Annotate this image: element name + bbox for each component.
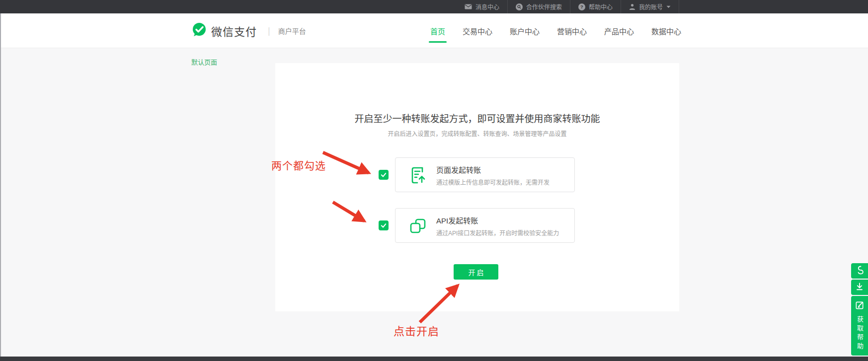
topbar-item-label: 帮助中心 bbox=[589, 2, 613, 11]
topbar-item-label: 我的账号 bbox=[639, 2, 663, 11]
wechat-pay-logo-icon bbox=[191, 22, 207, 40]
option-title: 页面发起转账 bbox=[436, 164, 481, 175]
get-help-label: 获取帮助 bbox=[856, 316, 863, 352]
option-card-api-transfer[interactable]: API发起转账 通过API接口发起转账，开启时需校验安全能力 bbox=[395, 208, 575, 243]
option-title: API发起转账 bbox=[436, 215, 478, 225]
nav-tab-home[interactable]: 首页 bbox=[430, 13, 445, 48]
api-link-icon bbox=[408, 216, 428, 236]
topbar: 消息中心 合作伙伴搜索 ? 帮助中心 我的账号 bbox=[0, 0, 868, 13]
chevron-down-icon bbox=[666, 5, 671, 8]
download-icon bbox=[855, 281, 865, 293]
rail-link-button[interactable] bbox=[851, 263, 868, 279]
topbar-separator bbox=[679, 0, 679, 13]
link-icon bbox=[855, 265, 865, 277]
topbar-item-partner-search[interactable]: 合作伙伴搜索 bbox=[508, 0, 570, 13]
window-left-edge bbox=[0, 13, 1, 361]
brand-divider: | bbox=[268, 26, 270, 36]
nav-tab-account-center[interactable]: 账户中心 bbox=[510, 13, 540, 48]
brand-portal-label: 商户平台 bbox=[278, 26, 306, 36]
option-desc: 通过API接口发起转账，开启时需校验安全能力 bbox=[436, 228, 559, 237]
user-icon bbox=[629, 3, 635, 10]
open-button[interactable]: 开启 bbox=[454, 264, 498, 280]
search-icon bbox=[516, 3, 523, 10]
annotation-click-open: 点击开启 bbox=[394, 322, 439, 338]
brand-name: 微信支付 bbox=[211, 23, 257, 39]
sidebar-item-default-page[interactable]: 默认页面 bbox=[191, 57, 217, 67]
floating-rail: 获取帮助 bbox=[851, 263, 868, 356]
topbar-item-messages[interactable]: 消息中心 bbox=[457, 0, 507, 13]
page-upload-icon bbox=[408, 165, 428, 185]
page-title: 开启至少一种转账发起方式，即可设置并使用商家转账功能 bbox=[275, 111, 679, 125]
wechat-pay-merchant-page: 消息中心 合作伙伴搜索 ? 帮助中心 我的账号 bbox=[0, 0, 868, 361]
option-desc: 通过模版上传信息即可发起转账，无需开发 bbox=[436, 178, 550, 186]
topbar-item-my-account[interactable]: 我的账号 bbox=[621, 0, 679, 13]
nav-tab-product-center[interactable]: 产品中心 bbox=[604, 13, 634, 48]
topbar-item-help-center[interactable]: ? 帮助中心 bbox=[570, 0, 621, 13]
bottom-window-bar bbox=[0, 357, 868, 361]
brand-home-link[interactable]: 微信支付 | 商户平台 bbox=[191, 13, 306, 48]
checkbox-api-transfer[interactable] bbox=[379, 220, 389, 230]
topbar-item-label: 消息中心 bbox=[475, 2, 499, 11]
mail-icon bbox=[465, 4, 472, 9]
nav-tab-transaction-center[interactable]: 交易中心 bbox=[463, 13, 492, 48]
option-card-page-transfer[interactable]: 页面发起转账 通过模版上传信息即可发起转账，无需开发 bbox=[395, 157, 575, 192]
topbar-item-label: 合作伙伴搜索 bbox=[526, 2, 562, 11]
header: 微信支付 | 商户平台 首页 交易中心 账户中心 营销中心 产品中心 数据中心 bbox=[0, 13, 868, 48]
question-icon: ? bbox=[578, 3, 585, 10]
main-nav: 首页 交易中心 账户中心 营销中心 产品中心 数据中心 bbox=[430, 13, 681, 48]
nav-tab-data-center[interactable]: 数据中心 bbox=[651, 13, 681, 48]
page-subtitle: 开启后进入设置页，完成转账配置、转账查询、场景管理等产品设置 bbox=[275, 129, 679, 138]
content-card: 开启至少一种转账发起方式，即可设置并使用商家转账功能 开启后进入设置页，完成转账… bbox=[275, 63, 679, 311]
nav-tab-marketing-center[interactable]: 营销中心 bbox=[557, 13, 587, 48]
svg-text:?: ? bbox=[580, 4, 583, 9]
checkbox-page-transfer[interactable] bbox=[379, 170, 389, 180]
rail-get-help-button[interactable]: 获取帮助 bbox=[851, 296, 868, 356]
rail-download-button[interactable] bbox=[851, 280, 868, 295]
edit-icon bbox=[855, 300, 865, 312]
